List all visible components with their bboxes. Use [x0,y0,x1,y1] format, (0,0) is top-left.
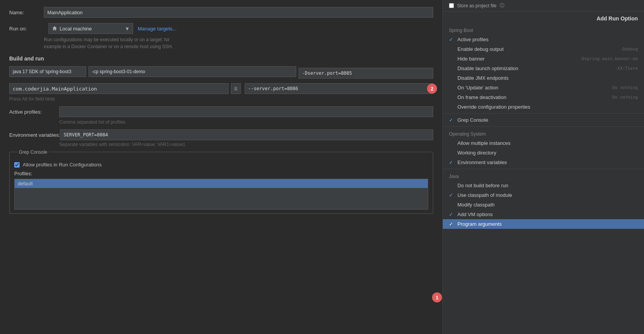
divider-3 [443,169,644,169]
name-label: Name: [9,10,44,15]
grep-console-box: Grep Console Allow profiles in Run Confi… [9,152,433,214]
main-class-row: ☰ 2 [9,83,433,94]
check-use-classpath: ✓ [449,192,454,198]
name-row: Name: [9,7,433,18]
option-do-not-build-label: Do not build before run [457,183,638,188]
option-disable-jmx-label: Disable JMX endpoints [457,75,638,81]
option-on-update-hint: Do nothing [612,85,638,90]
build-run-title: Build and run [9,55,433,62]
option-enable-debug-label: Enable debug output [457,46,616,52]
cp-select[interactable]: -cp spring-boot3-01-demo [88,66,296,77]
option-on-frame-hint: Do nothing [612,95,638,100]
main-class-input[interactable] [9,83,229,94]
option-hide-banner-label: Hide banner [457,56,575,62]
active-profiles-row: Active profiles: [9,106,433,117]
option-active-profiles-label: Active profiles [457,37,638,42]
java-sdk-select[interactable]: java 17 SDK of 'spring-boot3 [9,66,86,77]
option-grep-console[interactable]: ✓ Grep Console [443,115,644,125]
profiles-default-item[interactable]: default [15,179,428,188]
check-env-variables: ✓ [449,159,454,165]
option-on-frame[interactable]: On frame deactivation Do nothing [443,92,644,102]
option-env-variables[interactable]: ✓ Environment variables [443,158,644,167]
active-profiles-label: Active profiles: [9,109,59,115]
right-panel: Store as project file ⓘ Add Run Option S… [442,0,644,334]
badge-1: 1 [432,292,442,302]
option-modify-classpath[interactable]: Modify classpath [443,200,644,210]
allow-profiles-row: Allow profiles in Run Configurations [14,162,428,168]
option-disable-jmx[interactable]: Disable JMX endpoints [443,73,644,83]
option-hide-banner[interactable]: Hide banner -Dspring.main.banner-mo [443,54,644,64]
option-grep-console-label: Grep Console [457,117,638,123]
option-disable-launch[interactable]: Disable launch optimization -XX:Tiere [443,64,644,73]
store-project-row: Store as project file ⓘ [443,0,644,12]
run-on-hint: Run configurations may be executed local… [44,36,433,50]
local-machine-label: Local machine [60,26,92,32]
option-use-classpath[interactable]: ✓ Use classpath of module [443,190,644,200]
check-add-vm: ✓ [449,211,454,217]
program-args-input[interactable] [245,83,433,94]
option-program-args[interactable]: ✓ Program arguments [443,219,644,229]
store-project-label: Store as project file [457,3,497,8]
option-override-config[interactable]: Override configuration properties [443,102,644,112]
home-icon [52,26,57,31]
browse-button[interactable]: ☰ [231,83,241,94]
option-enable-debug-hint: -Ddebug [620,47,638,52]
add-run-option-title: Add Run Option [443,12,644,25]
option-disable-launch-label: Disable launch optimization [457,65,610,71]
store-project-checkbox[interactable] [449,3,454,8]
check-program-args: ✓ [449,221,454,227]
env-vars-label: Environment variables: [9,132,60,138]
option-program-args-label: Program arguments [457,221,638,227]
option-hide-banner-hint: -Dspring.main.banner-mo [579,56,638,61]
option-allow-multiple-label: Allow multiple instances [457,140,638,146]
divider-2 [443,126,644,127]
allow-profiles-checkbox[interactable] [14,162,20,168]
check-grep-console: ✓ [449,117,454,123]
env-vars-input[interactable] [60,129,433,140]
dropdown-chevron: ▼ [125,26,130,32]
option-on-update-label: On 'Update' action [457,85,608,91]
run-on-row: Run on: Local machine ▼ Manage targets..… [9,23,433,34]
allow-profiles-label: Allow profiles in Run Configurations [23,162,102,168]
spring-boot-section-label: Spring Boot [443,25,644,35]
option-working-dir[interactable]: Working directory [443,148,644,158]
manage-targets-link[interactable]: Manage targets... [138,26,177,32]
grep-console-legend: Grep Console [17,149,49,155]
option-allow-multiple[interactable]: Allow multiple instances [443,138,644,148]
option-use-classpath-label: Use classpath of module [457,192,638,198]
profiles-list: default [14,179,428,210]
run-on-label: Run on: [9,26,44,32]
check-active-profiles: ✓ [449,37,454,42]
info-icon: ⓘ [500,2,504,9]
name-input[interactable] [44,7,433,18]
press-alt-hint: Press Alt for field hints [9,96,433,102]
env-vars-row: Environment variables: [9,129,433,140]
option-working-dir-label: Working directory [457,150,638,156]
badge-2: 2 [427,84,437,94]
option-disable-launch-hint: -XX:Tiere [615,66,638,71]
option-on-update[interactable]: On 'Update' action Do nothing [443,83,644,92]
option-on-frame-label: On frame deactivation [457,94,608,100]
option-enable-debug[interactable]: Enable debug output -Ddebug [443,44,644,54]
option-modify-classpath-label: Modify classpath [457,202,638,208]
vm-args-input[interactable] [299,68,433,79]
option-add-vm[interactable]: ✓ Add VM options [443,210,644,219]
profiles-label: Profiles: [14,171,428,176]
option-env-variables-label: Environment variables [457,159,638,165]
semicolon-hint: Separate variables with semicolon: VAR=v… [59,142,433,147]
comma-hint: Comma separated list of profiles [59,119,433,125]
option-override-config-label: Override configuration properties [457,104,638,110]
option-add-vm-label: Add VM options [457,211,638,217]
divider-1 [443,113,644,114]
active-profiles-input[interactable] [59,106,433,117]
left-panel: Name: Run on: Local machine ▼ Manage tar… [0,0,442,334]
java-section-label: Java [443,171,644,181]
build-run-row: java 17 SDK of 'spring-boot3 -cp spring-… [9,66,433,80]
option-active-profiles[interactable]: ✓ Active profiles [443,35,644,44]
operating-system-section-label: Operating System [443,128,644,138]
run-on-dropdown[interactable]: Local machine ▼ [48,23,133,34]
option-do-not-build[interactable]: Do not build before run [443,181,644,190]
